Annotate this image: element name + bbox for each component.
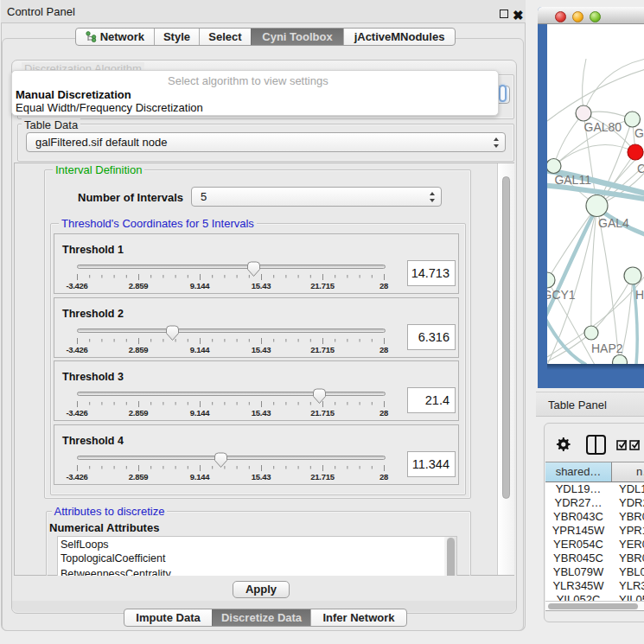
svg-text:H: H (635, 288, 644, 302)
svg-text:GAL80: GAL80 (584, 120, 622, 134)
svg-text:C: C (637, 162, 644, 175)
svg-text:HAP2: HAP2 (591, 341, 623, 355)
svg-text:GAL4: GAL4 (598, 216, 629, 230)
svg-text:GA: GA (634, 126, 644, 140)
svg-text:GAL11: GAL11 (554, 173, 591, 187)
svg-text:GCY1: GCY1 (547, 288, 576, 302)
